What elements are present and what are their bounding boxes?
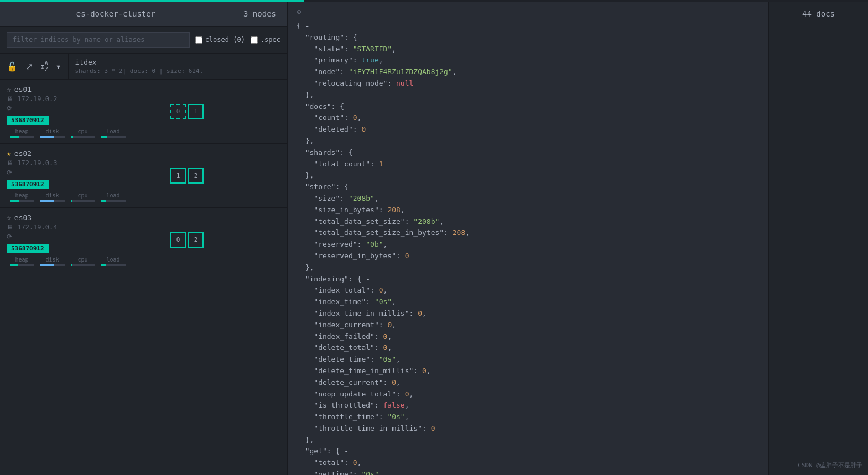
node-name: es01: [14, 85, 32, 93]
sort-az-icon[interactable]: ↧AZ: [40, 60, 48, 72]
json-line: "docs": { -: [297, 101, 760, 113]
node-ip: 🖥 172.19.0.3: [7, 159, 159, 167]
metric-bar: [40, 264, 65, 266]
json-line: "primary": true,: [297, 55, 760, 66]
closed-checkbox[interactable]: [195, 36, 202, 44]
json-line: "throttle_time": "0s",: [297, 411, 760, 423]
metric-item: disk: [37, 128, 67, 138]
json-line: "throttle_time_in_millis": 0: [297, 423, 760, 435]
json-line: "get": { -: [297, 446, 760, 457]
metric-bar-fill: [71, 264, 73, 266]
json-line: "size_in_bytes": 208,: [297, 205, 760, 216]
json-line: "total_data_set_size_in_bytes": 208,: [297, 227, 760, 239]
filter-dropdown-icon[interactable]: ▾: [56, 61, 61, 72]
metric-item: load: [98, 192, 128, 202]
shards-panel: 01: [166, 80, 287, 143]
expand-icon[interactable]: ⤢: [25, 61, 33, 72]
node-id-badge: 536870912: [7, 180, 49, 189]
metric-bar-fill: [40, 136, 54, 138]
json-line: "index_current": 0,: [297, 320, 760, 331]
closed-checkbox-label[interactable]: closed (0): [195, 36, 245, 44]
json-line: },: [297, 435, 760, 446]
node-tag: ⟳: [7, 169, 159, 176]
left-header: es-docker-cluster 3 nodes: [0, 2, 287, 27]
metric-label: heap: [15, 192, 28, 199]
json-line: "relocating_node": null: [297, 78, 760, 90]
node-metrics: heapdiskcpuload: [7, 192, 159, 202]
json-line: "node": "iFY7H1E4RZu1ZDZQAb8j2g",: [297, 66, 760, 78]
json-line: },: [297, 135, 760, 147]
node-name: es03: [14, 213, 32, 222]
index-name: itdex: [75, 58, 281, 66]
metric-bar: [40, 200, 65, 202]
lock-icon[interactable]: 🔓: [7, 61, 18, 72]
metric-item: cpu: [67, 192, 98, 202]
json-line: "total_count": 1: [297, 159, 760, 170]
index-meta: shards: 3 * 2| docs: 0 | size: 624.: [75, 67, 281, 75]
json-line: "delete_time": "0s",: [297, 354, 760, 366]
metric-item: disk: [37, 192, 67, 202]
json-line: "delete_total": 0,: [297, 342, 760, 354]
metric-label: disk: [45, 192, 59, 199]
metric-bar-fill: [71, 200, 73, 202]
metric-label: disk: [45, 257, 59, 263]
nodes-list: ☆es01🖥 172.19.0.2⟳536870912heapdiskcpulo…: [0, 80, 287, 475]
spec-checkbox-label[interactable]: .spec: [251, 36, 280, 44]
shard-box[interactable]: 0: [170, 232, 186, 248]
spec-checkbox[interactable]: [251, 36, 258, 44]
metric-bar: [40, 136, 65, 138]
metric-bar-fill: [40, 264, 54, 266]
panel-close-icon[interactable]: ⊙: [297, 7, 760, 16]
shard-box[interactable]: 0: [170, 104, 186, 119]
json-line: "index_failed": 0,: [297, 331, 760, 343]
json-line: "delete_current": 0,: [297, 377, 760, 389]
metric-bar-fill: [40, 200, 54, 202]
metric-bar: [71, 136, 95, 138]
metric-bar: [101, 136, 126, 138]
metric-label: cpu: [77, 128, 87, 134]
filter-input[interactable]: [7, 32, 190, 48]
json-line: "getTime": "0s",: [297, 469, 760, 475]
star-icon[interactable]: ★: [7, 149, 11, 158]
json-line: "index_time_in_millis": 0,: [297, 308, 760, 320]
node-info: ☆es03🖥 172.19.0.4⟳536870912heapdiskcpulo…: [0, 208, 166, 272]
json-line: "state": "STARTED",: [297, 44, 760, 55]
json-line: "noop_update_total": 0,: [297, 389, 760, 400]
shard-box[interactable]: 2: [188, 168, 204, 184]
metric-item: load: [98, 128, 128, 138]
shard-box[interactable]: 1: [170, 168, 186, 184]
metric-item: disk: [37, 257, 67, 266]
watermark: CSDN @蓝胖子不是胖子: [798, 461, 862, 469]
node-row: ★es02🖥 172.19.0.3⟳536870912heapdiskcpulo…: [0, 144, 287, 208]
json-line: "delete_time_in_millis": 0,: [297, 366, 760, 377]
metric-bar: [10, 264, 34, 266]
json-line: "deleted": 0: [297, 124, 760, 135]
metric-bar-fill: [10, 136, 20, 138]
index-info: itdex shards: 3 * 2| docs: 0 | size: 624…: [69, 54, 288, 79]
node-name: es02: [14, 149, 32, 158]
metric-label: heap: [15, 128, 28, 134]
far-right-panel: 44 docs: [768, 2, 868, 475]
node-info: ☆es01🖥 172.19.0.2⟳536870912heapdiskcpulo…: [0, 80, 166, 143]
shard-box[interactable]: 1: [188, 104, 204, 119]
metric-label: load: [106, 128, 119, 134]
metric-label: cpu: [77, 257, 87, 263]
metric-bar: [71, 200, 95, 202]
metric-item: load: [98, 257, 128, 266]
json-line: "reserved": "0b",: [297, 239, 760, 250]
filter-row: closed (0) .spec: [0, 27, 287, 54]
star-icon[interactable]: ☆: [7, 85, 11, 93]
shard-box[interactable]: 2: [188, 232, 204, 248]
nodes-button[interactable]: 3 nodes: [232, 2, 287, 26]
metric-item: heap: [7, 257, 37, 266]
cluster-name-button[interactable]: es-docker-cluster: [0, 2, 232, 26]
shards-grid: 12: [170, 168, 283, 184]
star-icon[interactable]: ☆: [7, 213, 11, 222]
metric-label: disk: [45, 128, 59, 134]
closed-label: closed (0): [205, 36, 245, 44]
metric-bar: [10, 200, 34, 202]
node-id-badge: 536870912: [7, 244, 49, 253]
shards-panel: 02: [166, 208, 287, 272]
shards-grid: 01: [170, 104, 283, 119]
node-ip: 🖥 172.19.0.4: [7, 223, 159, 231]
